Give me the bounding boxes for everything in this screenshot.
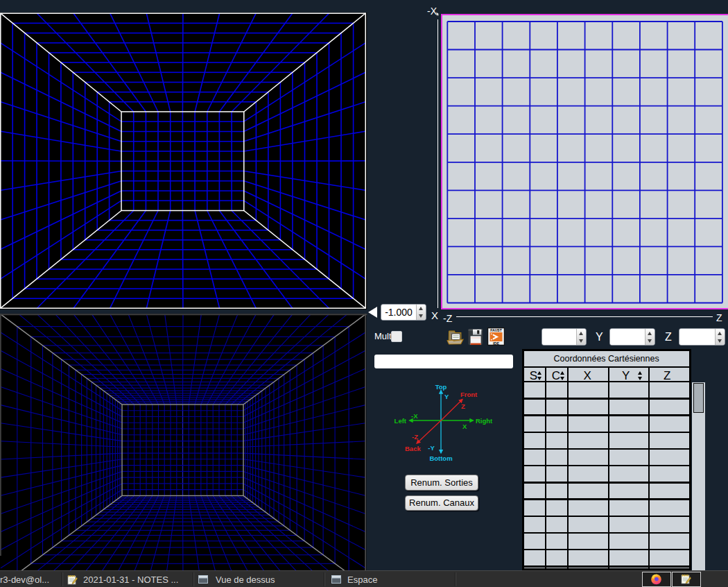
svg-text:Y: Y (444, 393, 449, 400)
svg-text:Z: Z (461, 402, 465, 410)
svg-text:Bottom: Bottom (429, 454, 452, 462)
svg-text:Back: Back (405, 445, 421, 452)
svg-text:Front: Front (460, 391, 478, 398)
svg-text:Right: Right (476, 417, 493, 425)
svg-text:-Y: -Y (428, 444, 435, 452)
svg-text:X: X (462, 423, 467, 430)
svg-text:-X: -X (411, 412, 418, 420)
svg-text:FAUST: FAUST (490, 328, 501, 332)
svg-text:IDE: IDE (493, 341, 500, 346)
svg-text:Left: Left (395, 417, 407, 425)
svg-text:-Z: -Z (412, 433, 418, 441)
svg-text:Top: Top (435, 383, 447, 391)
